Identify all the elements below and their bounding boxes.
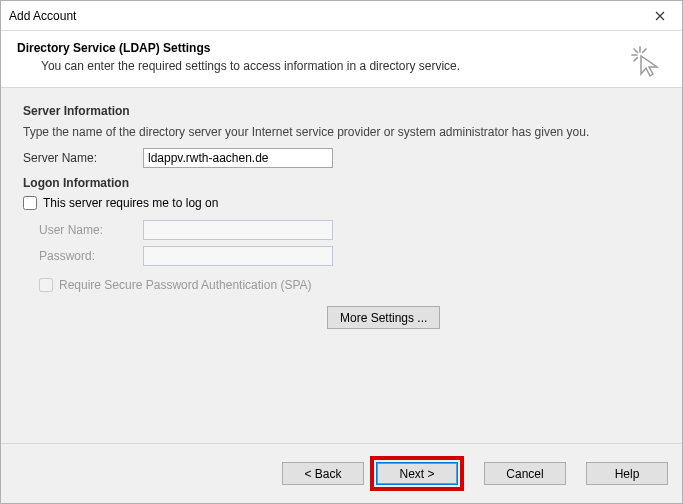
spa-row: Require Secure Password Authentication (… (23, 278, 660, 292)
add-account-window: Add Account Directory Service (LDAP) Set… (0, 0, 683, 504)
next-button-highlight: Next > (370, 456, 464, 491)
more-settings-button[interactable]: More Settings ... (327, 306, 440, 329)
logon-info-title: Logon Information (23, 176, 660, 190)
cursor-click-icon (628, 43, 664, 79)
spa-checkbox (39, 278, 53, 292)
close-icon (655, 11, 665, 21)
password-row: Password: (23, 246, 660, 266)
wizard-body: Server Information Type the name of the … (1, 88, 682, 443)
wizard-footer: < Back Next > Cancel Help (1, 443, 682, 503)
titlebar: Add Account (1, 1, 682, 31)
server-name-label: Server Name: (23, 151, 143, 165)
next-button[interactable]: Next > (376, 462, 458, 485)
header-title: Directory Service (LDAP) Settings (17, 41, 666, 55)
password-input (143, 246, 333, 266)
cancel-button[interactable]: Cancel (484, 462, 566, 485)
back-button[interactable]: < Back (282, 462, 364, 485)
requires-logon-row[interactable]: This server requires me to log on (23, 196, 660, 210)
username-input (143, 220, 333, 240)
server-name-row: Server Name: (23, 148, 660, 168)
username-row: User Name: (23, 220, 660, 240)
more-settings-row: More Settings ... (23, 306, 660, 329)
header-subtitle: You can enter the required settings to a… (17, 55, 666, 73)
spa-label: Require Secure Password Authentication (… (59, 278, 312, 292)
password-label: Password: (23, 249, 143, 263)
username-label: User Name: (23, 223, 143, 237)
server-name-input[interactable] (143, 148, 333, 168)
requires-logon-checkbox[interactable] (23, 196, 37, 210)
help-button[interactable]: Help (586, 462, 668, 485)
server-info-description: Type the name of the directory server yo… (23, 124, 660, 140)
wizard-header: Directory Service (LDAP) Settings You ca… (1, 31, 682, 88)
requires-logon-label: This server requires me to log on (43, 196, 218, 210)
server-info-title: Server Information (23, 104, 660, 118)
window-title: Add Account (9, 9, 637, 23)
close-button[interactable] (637, 1, 682, 30)
